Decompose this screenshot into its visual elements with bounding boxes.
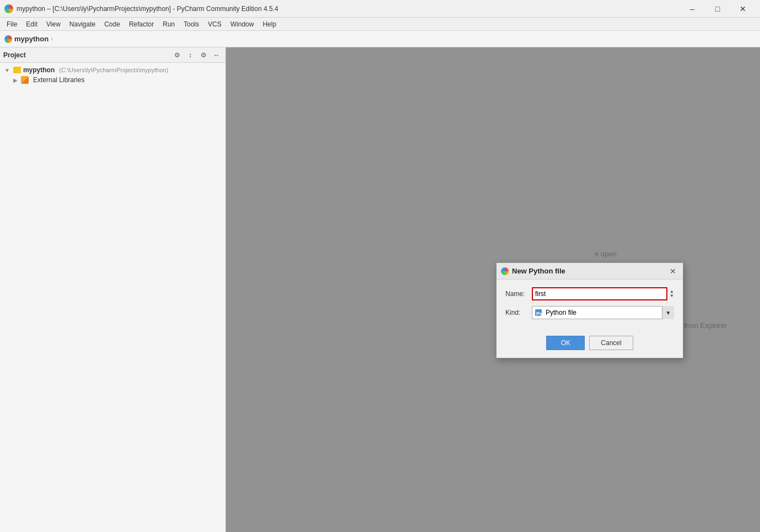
toolbar: mypython › — [0, 31, 760, 47]
menu-window[interactable]: Window — [226, 18, 258, 30]
minimize-button[interactable]: – — [680, 0, 705, 18]
dialog-title: New Python file — [512, 267, 565, 275]
folder-icon — [13, 67, 21, 73]
kind-dropdown-arrow[interactable]: ▼ — [662, 306, 674, 319]
menu-edit[interactable]: Edit — [21, 18, 42, 30]
dialog-title-left: New Python file — [501, 267, 565, 275]
breadcrumb-arrow: › — [51, 36, 52, 42]
name-input-wrapper: ▲ ▼ — [532, 287, 674, 300]
name-label: Name: — [505, 290, 527, 298]
dialog-buttons: OK Cancel — [497, 332, 683, 358]
menu-vcs[interactable]: VCS — [203, 18, 226, 30]
dialog-app-icon — [501, 267, 509, 275]
sidebar-gear-btn[interactable]: ⚙ — [198, 50, 209, 61]
sidebar-settings-btn[interactable]: ⚙ — [171, 50, 182, 61]
menu-help[interactable]: Help — [258, 18, 281, 30]
close-button[interactable]: ✕ — [730, 0, 756, 18]
name-row: Name: ▲ ▼ — [505, 287, 674, 300]
tree-expand-arrow-libs: ▶ — [13, 77, 18, 83]
menu-view[interactable]: View — [42, 18, 65, 30]
project-name-label: mypython — [14, 35, 48, 43]
kind-row: Kind: Py Python file ▼ — [505, 306, 674, 319]
menu-run[interactable]: Run — [158, 18, 179, 30]
app-icon — [4, 4, 13, 13]
cancel-button[interactable]: Cancel — [589, 336, 633, 350]
project-tree: ▼ mypython (C:\Users\ly\PycharmProjects\… — [0, 63, 225, 87]
sidebar-panel-label: Project — [3, 51, 169, 59]
modal-overlay: New Python file ✕ Name: ▲ ▼ — [226, 47, 760, 532]
new-python-file-dialog: New Python file ✕ Name: ▲ ▼ — [496, 262, 683, 358]
menu-file[interactable]: File — [2, 18, 21, 30]
menu-code[interactable]: Code — [100, 18, 125, 30]
project-name: mypython — [23, 66, 55, 74]
maximize-button[interactable]: □ — [705, 0, 730, 18]
sidebar-collapse-btn[interactable]: ↕ — [185, 50, 196, 61]
project-path: (C:\Users\ly\PycharmProjects\mypython) — [59, 67, 168, 73]
window-title: mypython – [C:\Users\ly\PycharmProjects\… — [17, 5, 278, 13]
python-file-icon: Py — [534, 308, 543, 317]
dialog-close-button[interactable]: ✕ — [667, 266, 678, 277]
menu-navigate[interactable]: Navigate — [65, 18, 100, 30]
kind-select-wrapper: Py Python file ▼ — [532, 306, 674, 319]
main-layout: Project ⚙ ↕ ⚙ ↔ ▼ mypython (C:\Users\ly\… — [0, 47, 760, 532]
sidebar: Project ⚙ ↕ ⚙ ↔ ▼ mypython (C:\Users\ly\… — [0, 47, 226, 532]
tree-expand-arrow: ▼ — [4, 67, 10, 73]
sidebar-expand-btn[interactable]: ↔ — [211, 50, 222, 61]
menu-tools[interactable]: Tools — [179, 18, 203, 30]
dialog-body: Name: ▲ ▼ Kind: — [497, 280, 683, 332]
menu-bar: File Edit View Navigate Code Refactor Ru… — [0, 18, 760, 31]
svg-text:Py: Py — [536, 311, 542, 316]
tree-item-external-libs[interactable]: ▶ External Libraries — [0, 75, 225, 85]
sort-down-icon: ▼ — [670, 294, 674, 298]
dialog-titlebar: New Python file ✕ — [497, 263, 683, 280]
external-libs-label: External Libraries — [33, 76, 84, 84]
tree-item-project[interactable]: ▼ mypython (C:\Users\ly\PycharmProjects\… — [0, 65, 225, 75]
ok-button[interactable]: OK — [546, 336, 585, 350]
sort-button[interactable]: ▲ ▼ — [670, 289, 674, 298]
kind-select[interactable]: Python file — [532, 306, 674, 319]
name-input[interactable] — [532, 287, 667, 300]
external-libs-icon — [21, 76, 29, 84]
title-bar-left: mypython – [C:\Users\ly\PycharmProjects\… — [4, 4, 278, 13]
main-content: e open here with Double Shift name with … — [226, 47, 760, 532]
title-bar: mypython – [C:\Users\ly\PycharmProjects\… — [0, 0, 760, 18]
toolbar-app-icon — [4, 35, 12, 43]
kind-label: Kind: — [505, 309, 527, 316]
sidebar-toolbar: Project ⚙ ↕ ⚙ ↔ — [0, 47, 225, 63]
title-bar-controls: – □ ✕ — [680, 0, 756, 18]
menu-refactor[interactable]: Refactor — [125, 18, 158, 30]
